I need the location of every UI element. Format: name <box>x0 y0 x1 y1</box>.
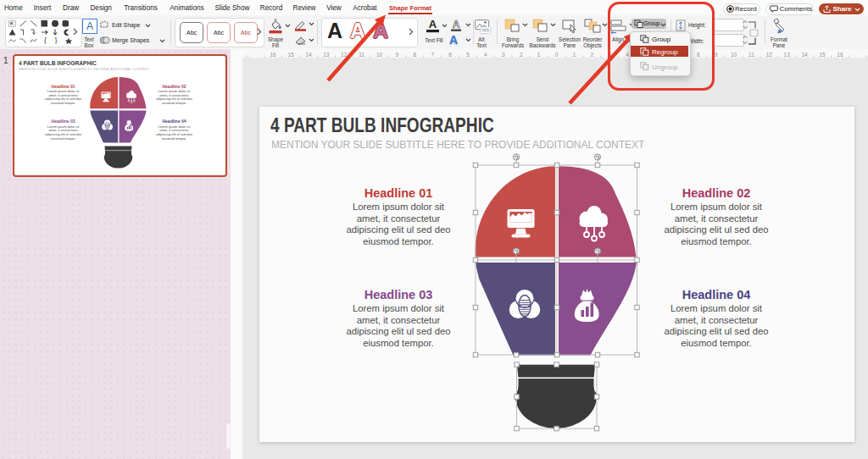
svg-text:2: 2 <box>520 52 523 58</box>
svg-text:6: 6 <box>448 52 452 58</box>
svg-text:11: 11 <box>748 52 754 58</box>
svg-text:7: 7 <box>431 52 434 58</box>
svg-text:10: 10 <box>731 52 737 58</box>
svg-text:1: 1 <box>573 52 576 58</box>
svg-text:10: 10 <box>376 52 383 58</box>
svg-text:{: { <box>44 36 47 44</box>
svg-text:15: 15 <box>819 52 826 58</box>
svg-text:13: 13 <box>323 52 330 58</box>
svg-text:3: 3 <box>502 52 505 58</box>
svg-text:14: 14 <box>305 52 312 58</box>
svg-text:12: 12 <box>766 52 773 58</box>
svg-text:5: 5 <box>466 52 470 58</box>
svg-text:9: 9 <box>715 52 718 58</box>
svg-text:A: A <box>429 19 437 30</box>
svg-text:4: 4 <box>484 52 487 58</box>
svg-text:8: 8 <box>413 52 416 58</box>
svg-text:9: 9 <box>396 52 399 58</box>
svg-text:A: A <box>453 19 460 30</box>
svg-text:16: 16 <box>270 52 276 58</box>
svg-text:0: 0 <box>555 52 559 58</box>
svg-text:15: 15 <box>287 52 294 58</box>
svg-text:1: 1 <box>537 52 541 58</box>
svg-text:11: 11 <box>359 52 364 58</box>
svg-text:14: 14 <box>801 52 808 58</box>
svg-text:13: 13 <box>784 52 791 58</box>
svg-text:12: 12 <box>341 52 348 58</box>
svg-text:2: 2 <box>590 52 593 58</box>
svg-text:16: 16 <box>837 52 843 58</box>
